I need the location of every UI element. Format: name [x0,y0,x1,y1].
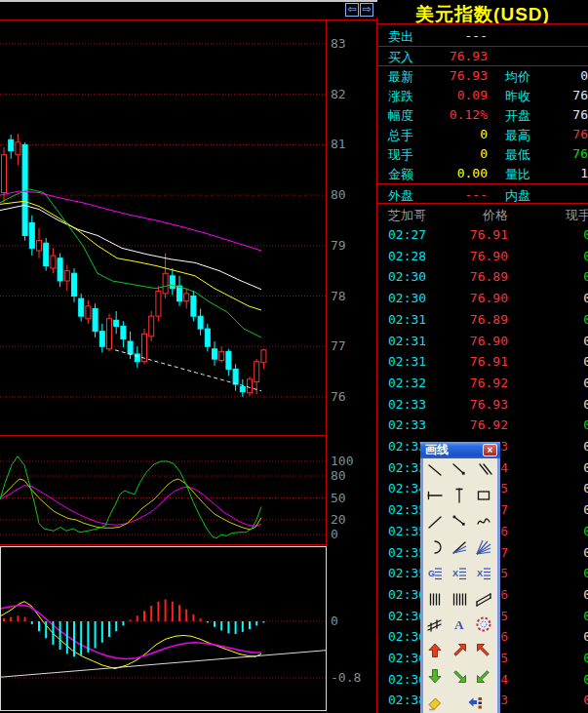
tool-speed-lines[interactable] [449,536,470,558]
tool-arrow-se-green[interactable] [449,665,470,687]
tool-arrow-down-green[interactable] [424,665,446,687]
percent-lines-icon: X [451,565,468,582]
tape-header-volume: 现手 [553,207,588,224]
tape-volume: 0 [553,545,588,560]
dialog-titlebar[interactable]: 画线 × [420,442,500,458]
arrow-nw-red-icon [475,642,492,659]
tape-volume: 0 [553,334,588,348]
tool-wave-line[interactable] [473,511,494,533]
tool-arc[interactable] [424,536,446,558]
svg-text:100: 100 [331,454,353,468]
tape-volume: 0 [553,269,588,284]
tape-price: 76.90 [420,291,508,305]
cycle-circle-icon [475,615,492,633]
svg-text:79: 79 [331,238,346,253]
svg-text:78: 78 [331,289,346,303]
svg-text:-0.8: -0.8 [331,670,361,685]
arrow-ne-red-icon [451,642,468,659]
tool-text-label[interactable]: A [449,614,470,635]
horizontal-line-icon [426,487,444,504]
tape-volume: 0 [553,376,588,390]
tape-volume: 0 [553,629,588,644]
tape-volume: 0 [553,354,588,369]
tool-trend-line[interactable] [424,459,446,481]
tool-cycle-circle[interactable] [473,614,494,635]
tape-header-price: 价格 [420,207,508,224]
quote-value: 76 [520,127,588,141]
tool-arrow-nw-red[interactable] [473,640,494,661]
segment-dots-icon [451,513,468,531]
quote-value: --- [397,28,488,43]
ma-lines [0,189,261,337]
tape-volume: 0 [553,502,588,517]
tape-price: 76.93 [420,397,508,412]
quote-value: 76 [520,88,588,102]
tool-parallel-lines[interactable] [473,459,494,481]
tape-volume: 0 [553,460,588,475]
tool-arrow-up-red[interactable] [424,640,446,661]
tool-arrow-ne-red[interactable] [449,640,470,661]
svg-text:80: 80 [331,187,346,202]
quote-value: 76 [520,146,588,161]
vertical-line-icon [451,487,468,504]
svg-text:X: X [452,569,458,578]
quote-value: 76.93 [397,68,488,83]
tool-exit-draw[interactable] [464,692,486,713]
tape-price: 76.90 [420,334,508,348]
percent-lines-2-icon: X [475,565,492,582]
tool-gann-fan[interactable] [473,536,494,558]
svg-text:20: 20 [331,512,346,527]
tape-price: 76.91 [420,354,508,369]
quote-label: 内盘 [505,187,530,205]
svg-text:81: 81 [331,137,346,151]
ray-line-icon [426,513,444,531]
tool-segment-dots[interactable] [449,511,470,533]
tool-percent-lines[interactable]: X [449,563,470,584]
scroll-left-button[interactable]: ⇦ [345,3,359,17]
tool-rectangle[interactable] [473,485,494,506]
dialog-close-button[interactable]: × [483,444,497,456]
tool-percent-lines-2[interactable]: X [473,563,494,584]
tool-segment-endpoint[interactable] [449,459,470,481]
svg-text:X: X [477,569,483,578]
tape-volume: 0 [553,227,588,242]
eraser-icon [426,693,444,711]
tape-price: 76.91 [420,227,508,242]
svg-text:0: 0 [331,614,338,628]
tool-grid-lines-4[interactable] [424,588,446,610]
quote-value: 0.09 [397,88,488,102]
tape-volume: 0 [553,566,588,580]
tape-volume: 0 [553,249,588,263]
tape-volume: 0 [553,291,588,305]
arrow-se-green-icon [451,667,468,685]
tool-vertical-line[interactable] [449,485,470,506]
tool-horizontal-line[interactable] [424,485,446,506]
golden-section-icon: G [426,565,444,582]
tape-volume: 0 [553,693,588,707]
scroll-right-button[interactable]: ⇨ [360,3,373,17]
quote-value: 0 [397,146,488,161]
tool-grid-lines-5[interactable] [449,588,470,610]
tool-arrow-sw-green[interactable] [473,665,494,687]
tape-price: 76.92 [420,376,508,390]
parallel-lines-icon [475,461,492,479]
tape-volume: 0 [553,609,588,623]
rectangle-icon [475,487,492,504]
tape-price: 76.89 [420,269,508,284]
grid-lines-5-icon [451,590,468,608]
quote-value: --- [397,187,488,202]
tool-eraser[interactable] [424,692,446,713]
tool-golden-section[interactable]: G [424,563,446,584]
svg-text:0: 0 [331,527,338,541]
tool-channel[interactable] [473,588,494,610]
tape-volume: 0 [553,481,588,495]
tape-volume: 0 [553,312,588,327]
tape-price: 76.92 [420,417,508,432]
quote-value: 0 [397,127,488,141]
drawn-trendline-macd [0,651,326,678]
tape-volume: 0 [553,417,588,432]
tool-fibo-channel[interactable] [424,614,446,635]
tool-ray-line[interactable] [424,511,446,533]
wave-line-icon [475,513,492,531]
speed-lines-icon [451,538,468,556]
